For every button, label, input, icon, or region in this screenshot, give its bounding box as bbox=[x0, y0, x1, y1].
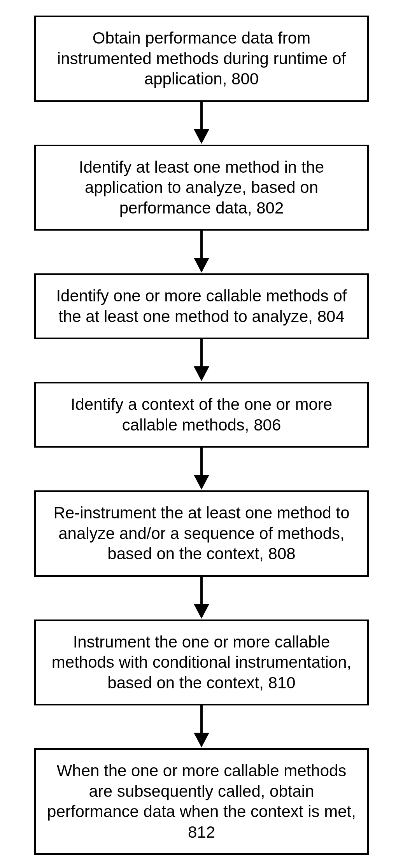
flow-node-label: Identify one or more callable methods of… bbox=[45, 286, 358, 327]
flow-node-806: Identify a context of the one or more ca… bbox=[34, 382, 369, 448]
flow-arrow bbox=[0, 102, 403, 145]
flow-node-804: Identify one or more callable methods of… bbox=[34, 273, 369, 339]
flow-node-808: Re-instrument the at least one method to… bbox=[34, 490, 369, 577]
flow-node-label: Identify at least one method in the appl… bbox=[45, 157, 358, 219]
flow-arrow bbox=[0, 705, 403, 748]
svg-marker-1 bbox=[194, 129, 209, 144]
flowchart-canvas: Obtain performance data from instrumente… bbox=[0, 0, 403, 868]
flow-arrow bbox=[0, 231, 403, 273]
flow-node-label: When the one or more callable methods ar… bbox=[45, 761, 358, 842]
svg-marker-5 bbox=[194, 366, 209, 381]
flow-arrow bbox=[0, 339, 403, 382]
flow-arrow bbox=[0, 577, 403, 620]
flow-node-812: When the one or more callable methods ar… bbox=[34, 748, 369, 855]
flow-node-label: Obtain performance data from instrumente… bbox=[45, 28, 358, 89]
flow-arrow bbox=[0, 448, 403, 490]
svg-marker-11 bbox=[194, 733, 209, 747]
flow-node-label: Re-instrument the at least one method to… bbox=[45, 503, 358, 564]
svg-marker-9 bbox=[194, 604, 209, 619]
flow-node-label: Identify a context of the one or more ca… bbox=[45, 394, 358, 435]
flow-node-800: Obtain performance data from instrumente… bbox=[34, 16, 369, 102]
flow-node-label: Instrument the one or more callable meth… bbox=[45, 632, 358, 693]
svg-marker-7 bbox=[194, 475, 209, 490]
flow-node-802: Identify at least one method in the appl… bbox=[34, 145, 369, 231]
svg-marker-3 bbox=[194, 258, 209, 273]
flow-node-810: Instrument the one or more callable meth… bbox=[34, 620, 369, 706]
